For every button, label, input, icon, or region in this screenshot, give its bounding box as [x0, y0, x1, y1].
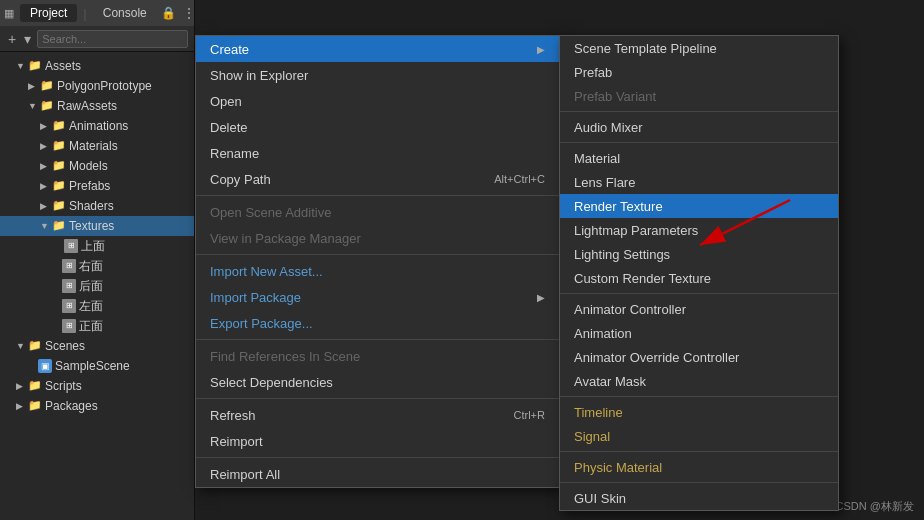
chevron-icon: ▼: [16, 341, 26, 351]
texture-icon: ⊞: [62, 259, 76, 273]
separator: [196, 457, 559, 458]
separator: [560, 396, 838, 397]
chevron-icon: ▶: [40, 141, 50, 151]
submenu-create: Scene Template Pipeline Prefab Prefab Va…: [559, 35, 839, 511]
tree-item-assets[interactable]: ▼ 📁 Assets: [0, 56, 194, 76]
menu-item-import-package[interactable]: Import Package ▶: [196, 284, 559, 310]
arrow-icon: ▶: [537, 292, 545, 303]
chevron-icon: ▶: [16, 401, 26, 411]
tree-item-samplescene[interactable]: ▣ SampleScene: [0, 356, 194, 376]
menu-item-rename[interactable]: Rename: [196, 140, 559, 166]
submenu-item-lightmap-parameters[interactable]: Lightmap Parameters: [560, 218, 838, 242]
tree-item-animations[interactable]: ▶ 📁 Animations: [0, 116, 194, 136]
menu-item-open[interactable]: Open: [196, 88, 559, 114]
chevron-icon: ▶: [40, 161, 50, 171]
search-input[interactable]: [37, 30, 188, 48]
submenu-item-animator-override[interactable]: Animator Override Controller: [560, 345, 838, 369]
submenu-item-render-texture[interactable]: Render Texture: [560, 194, 838, 218]
submenu-item-timeline[interactable]: Timeline: [560, 400, 838, 424]
lock-icon[interactable]: 🔒: [161, 6, 176, 20]
texture-icon: ⊞: [62, 299, 76, 313]
tree-item-polygonprototype[interactable]: ▶ 📁 PolygonPrototype: [0, 76, 194, 96]
tab-project[interactable]: Project: [20, 4, 77, 22]
submenu-item-signal[interactable]: Signal: [560, 424, 838, 448]
menu-item-reimport-all[interactable]: Reimport All: [196, 461, 559, 487]
submenu-item-animator-controller[interactable]: Animator Controller: [560, 297, 838, 321]
menu-item-create[interactable]: Create ▶: [196, 36, 559, 62]
submenu-item-scene-template[interactable]: Scene Template Pipeline: [560, 36, 838, 60]
submenu-item-prefab-variant: Prefab Variant: [560, 84, 838, 108]
folder-icon: 📁: [40, 99, 54, 113]
tree-item-front-face[interactable]: ⊞ 正面: [0, 316, 194, 336]
tree-item-packages[interactable]: ▶ 📁 Packages: [0, 396, 194, 416]
separator: [560, 482, 838, 483]
folder-icon: 📁: [52, 179, 66, 193]
texture-icon: ⊞: [62, 279, 76, 293]
folder-icon: 📁: [52, 199, 66, 213]
tree-item-textures[interactable]: ▼ 📁 Textures: [0, 216, 194, 236]
separator: [560, 142, 838, 143]
submenu-item-material[interactable]: Material: [560, 146, 838, 170]
chevron-icon: ▶: [40, 181, 50, 191]
tree-item-rawassets[interactable]: ▼ 📁 RawAssets: [0, 96, 194, 116]
menu-dropdown-button[interactable]: ▾: [22, 31, 33, 47]
texture-icon: ⊞: [62, 319, 76, 333]
panel-icon: ▦: [4, 7, 14, 20]
menu-item-view-package-manager: View in Package Manager: [196, 225, 559, 251]
submenu-item-avatar-mask[interactable]: Avatar Mask: [560, 369, 838, 393]
menu-item-select-dependencies[interactable]: Select Dependencies: [196, 369, 559, 395]
chevron-icon: ▼: [16, 61, 26, 71]
chevron-icon: ▶: [16, 381, 26, 391]
submenu-item-prefab[interactable]: Prefab: [560, 60, 838, 84]
panel-tabs: ▦ Project | Console 🔒 ⋮: [0, 0, 194, 26]
menu-item-export-package[interactable]: Export Package...: [196, 310, 559, 336]
add-button[interactable]: +: [6, 31, 18, 47]
separator: [560, 111, 838, 112]
tree-view: ▼ 📁 Assets ▶ 📁 PolygonPrototype ▼ 📁 RawA…: [0, 52, 194, 520]
left-panel: ▦ Project | Console 🔒 ⋮ + ▾ ▼ 📁 Assets ▶…: [0, 0, 195, 520]
folder-icon: 📁: [28, 379, 42, 393]
tab-console[interactable]: Console: [93, 4, 157, 22]
tree-item-scripts[interactable]: ▶ 📁 Scripts: [0, 376, 194, 396]
folder-icon: 📁: [52, 219, 66, 233]
menu-item-open-scene-additive: Open Scene Additive: [196, 199, 559, 225]
submenu-item-audio-mixer[interactable]: Audio Mixer: [560, 115, 838, 139]
chevron-icon: ▶: [40, 201, 50, 211]
folder-icon: 📁: [28, 339, 42, 353]
submenu-item-lighting-settings[interactable]: Lighting Settings: [560, 242, 838, 266]
separator: [560, 451, 838, 452]
menu-item-copy-path[interactable]: Copy Path Alt+Ctrl+C: [196, 166, 559, 192]
tree-item-right-face[interactable]: ⊞ 右面: [0, 256, 194, 276]
menu-icon[interactable]: ⋮: [182, 5, 196, 21]
folder-icon: 📁: [52, 159, 66, 173]
submenu-item-physic-material[interactable]: Physic Material: [560, 455, 838, 479]
separator: [196, 195, 559, 196]
folder-icon: 📁: [28, 399, 42, 413]
separator: [196, 339, 559, 340]
panel-toolbar: + ▾: [0, 26, 194, 52]
submenu-item-custom-render-texture[interactable]: Custom Render Texture: [560, 266, 838, 290]
menu-item-delete[interactable]: Delete: [196, 114, 559, 140]
tree-item-top-face[interactable]: ⊞ 上面: [0, 236, 194, 256]
tree-item-back-face[interactable]: ⊞ 后面: [0, 276, 194, 296]
submenu-item-gui-skin[interactable]: GUI Skin: [560, 486, 838, 510]
chevron-icon: ▶: [28, 81, 38, 91]
menu-item-refresh[interactable]: Refresh Ctrl+R: [196, 402, 559, 428]
texture-icon: ⊞: [64, 239, 78, 253]
scene-icon: ▣: [38, 359, 52, 373]
submenu-item-animation[interactable]: Animation: [560, 321, 838, 345]
tree-item-left-face[interactable]: ⊞ 左面: [0, 296, 194, 316]
separator: [196, 398, 559, 399]
submenu-item-lens-flare[interactable]: Lens Flare: [560, 170, 838, 194]
tree-item-models[interactable]: ▶ 📁 Models: [0, 156, 194, 176]
menu-item-reimport[interactable]: Reimport: [196, 428, 559, 454]
menu-item-import-new-asset[interactable]: Import New Asset...: [196, 258, 559, 284]
tree-item-prefabs[interactable]: ▶ 📁 Prefabs: [0, 176, 194, 196]
tree-item-materials[interactable]: ▶ 📁 Materials: [0, 136, 194, 156]
menu-item-find-references: Find References In Scene: [196, 343, 559, 369]
tree-item-scenes[interactable]: ▼ 📁 Scenes: [0, 336, 194, 356]
menu-item-show-explorer[interactable]: Show in Explorer: [196, 62, 559, 88]
tree-item-shaders[interactable]: ▶ 📁 Shaders: [0, 196, 194, 216]
folder-icon: 📁: [40, 79, 54, 93]
watermark: CSDN @林新发: [836, 499, 914, 514]
